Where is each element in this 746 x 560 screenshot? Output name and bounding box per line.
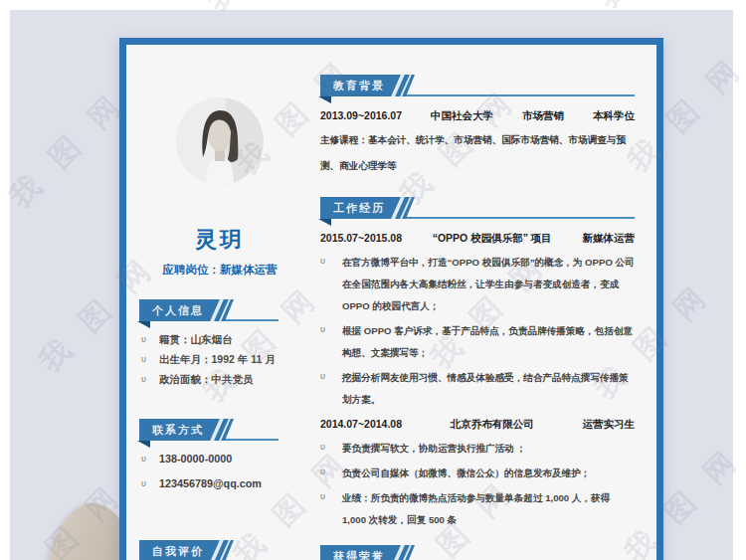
list-item: υ根据 OPPO 客户诉求，基于产品特点，负责品牌传播策略，包括创意构想、文案撰… bbox=[320, 320, 635, 364]
list-item: υ政治面貌：中共党员 bbox=[141, 369, 313, 389]
bullet-icon: υ bbox=[141, 449, 159, 469]
ribbon-fold bbox=[318, 96, 331, 103]
bullet-icon: υ bbox=[141, 369, 159, 389]
ribbon-fold bbox=[137, 441, 150, 448]
job-bullet: 挖掘分析网友使用习惯、情感及体验感受，结合产品特点撰写传播策划方案。 bbox=[342, 367, 635, 411]
education-major: 市场营销 bbox=[522, 108, 564, 122]
ribbon-fold bbox=[318, 219, 331, 226]
job-bullet: 要负责撰写软文，协助运营执行推广活动 ； bbox=[342, 438, 635, 460]
list-item: υ出生年月：1992 年 11 月 bbox=[141, 349, 313, 369]
job-bullet-list: υ在官方微博平台中，打造“OPPO 校园俱乐部”的概念，为 OPPO 公司在全国… bbox=[320, 252, 635, 411]
list-item: υ138-0000-0000 bbox=[141, 449, 313, 469]
list-item: υ在官方微博平台中，打造“OPPO 校园俱乐部”的概念，为 OPPO 公司在全国… bbox=[320, 252, 635, 317]
education-dates: 2013.09~2016.07 bbox=[320, 108, 402, 122]
personal-item: 出生年月：1992 年 11 月 bbox=[159, 349, 313, 369]
phone-number: 138-0000-0000 bbox=[159, 449, 313, 469]
section-title: 个人信息 bbox=[152, 303, 204, 318]
bullet-icon: υ bbox=[320, 438, 342, 460]
list-item: υ123456789@qq.com bbox=[141, 473, 313, 494]
job-role: 运营实习生 bbox=[582, 417, 635, 431]
candidate-name: 灵玥 bbox=[126, 225, 313, 255]
section-header-contact: 联系方式 bbox=[139, 419, 279, 441]
list-item: υ要负责撰写软文，协助运营执行推广活动 ； bbox=[320, 438, 635, 460]
section-title: 工作经历 bbox=[333, 201, 385, 216]
education-degree: 本科学位 bbox=[593, 108, 635, 122]
education-courses: 主修课程：基本会计、统计学、市场营销、国际市场营销、市场调查与预测、商业心理学等 bbox=[320, 127, 635, 179]
section-title: 联系方式 bbox=[152, 423, 204, 438]
job-bullet: 业绩：所负责的微博热点活动参与数量单条超过 1,000 人，获得 1,000 次… bbox=[342, 487, 635, 531]
email-address: 123456789@qq.com bbox=[159, 473, 313, 494]
list-item: υ籍贯：山东烟台 bbox=[141, 329, 313, 349]
target-position: 应聘岗位：新媒体运营 bbox=[126, 263, 313, 278]
section-title: 获得荣誉 bbox=[333, 549, 385, 560]
section-header-work-experience: 工作经历 bbox=[320, 197, 635, 219]
job-bullet: 负责公司自媒体（如微博、微信公众）的信息发布及维护； bbox=[342, 463, 635, 484]
personal-item: 政治面貌：中共党员 bbox=[159, 369, 313, 389]
bullet-icon: υ bbox=[320, 320, 342, 364]
bullet-icon: υ bbox=[141, 349, 159, 369]
header-banner: 教育背景 bbox=[320, 75, 415, 96]
resume-page: 灵玥 应聘岗位：新媒体运营 个人信息 υ籍贯：山东烟台 υ出生年月：1992 年… bbox=[119, 38, 663, 560]
job-organization: 北京乔布有限公司 bbox=[451, 417, 534, 431]
bullet-icon: υ bbox=[320, 252, 342, 317]
header-banner: 联系方式 bbox=[139, 419, 234, 441]
section-header-personal-info: 个人信息 bbox=[139, 299, 279, 321]
preview-canvas: 灵玥 应聘岗位：新媒体运营 个人信息 υ籍贯：山东烟台 υ出生年月：1992 年… bbox=[0, 0, 746, 560]
personal-item: 籍贯：山东烟台 bbox=[159, 329, 313, 349]
job-role: 新媒体运营 bbox=[582, 231, 635, 245]
job-bullet-list: υ要负责撰写软文，协助运营执行推广活动 ； υ负责公司自媒体（如微博、微信公众）… bbox=[320, 438, 635, 531]
section-header-education: 教育背景 bbox=[320, 75, 635, 96]
main-column: 教育背景 2013.09~2016.07 中国社会大学 市场营销 本科学位 主修… bbox=[313, 45, 656, 560]
personal-info-list: υ籍贯：山东烟台 υ出生年月：1992 年 11 月 υ政治面貌：中共党员 bbox=[141, 329, 313, 389]
contact-list: υ138-0000-0000 υ123456789@qq.com bbox=[141, 449, 313, 494]
portrait-illustration bbox=[176, 97, 264, 185]
sidebar: 灵玥 应聘岗位：新媒体运营 个人信息 υ籍贯：山东烟台 υ出生年月：1992 年… bbox=[126, 45, 313, 560]
bullet-icon: υ bbox=[141, 329, 159, 349]
section-header-honors: 获得荣誉 bbox=[320, 545, 635, 560]
bullet-icon: υ bbox=[320, 463, 342, 484]
header-banner: 获得荣誉 bbox=[320, 545, 415, 560]
job-bullet: 在官方微博平台中，打造“OPPO 校园俱乐部”的概念，为 OPPO 公司在全国范… bbox=[342, 252, 635, 317]
job-entry-row: 2015.07~2015.08 “OPPO 校园俱乐部” 项目 新媒体运营 bbox=[320, 231, 635, 245]
header-banner: 自我评价 bbox=[139, 540, 234, 560]
profile-photo bbox=[176, 97, 264, 185]
bullet-icon: υ bbox=[320, 367, 342, 411]
bullet-icon: υ bbox=[320, 487, 342, 531]
section-header-self-evaluation: 自我评价 bbox=[139, 540, 279, 560]
job-organization: “OPPO 校园俱乐部” 项目 bbox=[433, 231, 552, 245]
job-entry-row: 2014.07~2014.08 北京乔布有限公司 运营实习生 bbox=[320, 417, 635, 431]
job-dates: 2015.07~2015.08 bbox=[320, 231, 402, 245]
job-dates: 2014.07~2014.08 bbox=[320, 417, 402, 431]
list-item: υ业绩：所负责的微博热点活动参与数量单条超过 1,000 人，获得 1,000 … bbox=[320, 487, 635, 531]
job-bullet: 根据 OPPO 客户诉求，基于产品特点，负责品牌传播策略，包括创意构想、文案撰写… bbox=[342, 320, 635, 364]
section-title: 自我评价 bbox=[152, 544, 204, 559]
list-item: υ负责公司自媒体（如微博、微信公众）的信息发布及维护； bbox=[320, 463, 635, 484]
ribbon-fold bbox=[137, 321, 150, 328]
list-item: υ挖掘分析网友使用习惯、情感及体验感受，结合产品特点撰写传播策划方案。 bbox=[320, 367, 635, 411]
section-title: 教育背景 bbox=[333, 79, 385, 93]
education-entry-row: 2013.09~2016.07 中国社会大学 市场营销 本科学位 bbox=[320, 108, 635, 122]
education-school: 中国社会大学 bbox=[431, 108, 493, 122]
header-banner: 个人信息 bbox=[139, 299, 234, 321]
header-banner: 工作经历 bbox=[320, 197, 415, 219]
bullet-icon: υ bbox=[141, 473, 159, 494]
